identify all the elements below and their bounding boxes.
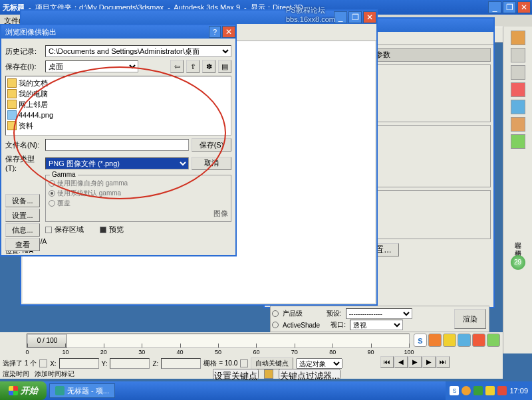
cancel-button[interactable]: 取消	[192, 157, 231, 170]
save-close-button[interactable]: ✕	[222, 26, 235, 38]
autokey-button[interactable]: 自动关键点	[251, 357, 293, 369]
utilities-tool-icon[interactable]	[511, 134, 525, 149]
link-tool-icon[interactable]	[511, 82, 525, 97]
list-item[interactable]: 网上邻居	[7, 99, 229, 110]
play-button[interactable]: ▶	[408, 356, 422, 368]
x-input[interactable]	[59, 358, 99, 369]
render-button[interactable]: 渲染	[454, 309, 486, 329]
gamma-opt-override[interactable]: 覆盖	[49, 199, 228, 208]
taskbar-item-3dsmax[interactable]: 无标题 - 项...	[49, 383, 115, 398]
z-input[interactable]	[161, 358, 201, 369]
time-slider-handle[interactable]: 0 / 100	[27, 334, 67, 348]
computer-icon	[7, 89, 17, 98]
shirt-icon[interactable]	[472, 334, 485, 347]
gamma-opt-system[interactable]: 使用系统默认 gamma	[49, 189, 228, 198]
lock-icon[interactable]	[39, 359, 47, 367]
maximize-button[interactable]: ❐	[503, 1, 516, 13]
playback-controls: ⏮ ◀ ▶ ▶ ⏭	[380, 356, 450, 368]
tray-shield-icon[interactable]	[485, 386, 495, 395]
keyfilter-button[interactable]: 关键点过滤器...	[279, 369, 340, 379]
minimize-button[interactable]: _	[488, 1, 501, 13]
view-button[interactable]: 查看	[5, 238, 40, 251]
rfb-close[interactable]: ✕	[363, 11, 376, 23]
history-dropdown[interactable]: C:\Documents and Settings\Administrator\…	[45, 45, 231, 57]
production-radio[interactable]	[272, 310, 279, 317]
star-icon[interactable]	[443, 334, 456, 347]
viewport-dropdown[interactable]: 透视	[350, 320, 403, 330]
arrow-tool-icon[interactable]	[511, 31, 525, 45]
grid-label: 栅格 = 10.0	[203, 359, 237, 368]
motion-tool-icon[interactable]	[511, 100, 525, 114]
close-button[interactable]: ✕	[517, 1, 531, 13]
gamma-opt-image[interactable]: 使用图像自身的 gamma	[49, 179, 228, 188]
app-icon	[55, 386, 65, 395]
display-tool-icon[interactable]	[511, 117, 525, 132]
preview-checkbox[interactable]	[100, 227, 106, 233]
render-bottom-panel: 产品级 预设: --------------- ActiveShade 视口: …	[270, 306, 489, 332]
rfb-maximize[interactable]: ❐	[348, 11, 362, 23]
filetype-dropdown[interactable]: PNG 图像文件 (*.png)	[45, 157, 189, 169]
save-region-checkbox[interactable]	[45, 227, 52, 233]
list-item[interactable]: 我的电脑	[7, 88, 229, 99]
back-icon[interactable]: ⇦	[170, 60, 184, 73]
timeline-area: 0 / 100 0102030405060708090100 S 选择了 1 个…	[0, 332, 503, 379]
activeshade-radio[interactable]	[272, 322, 279, 328]
rfb-minimize[interactable]: _	[334, 11, 347, 23]
person-icon[interactable]	[458, 334, 471, 347]
device-button[interactable]: 设备...	[5, 194, 40, 207]
s-icon[interactable]: S	[414, 334, 427, 347]
leaf-icon[interactable]	[487, 334, 500, 347]
goto-end-button[interactable]: ⏭	[436, 356, 450, 368]
save-titlebar[interactable]: 浏览图像供输出 ? ✕	[1, 25, 235, 39]
savein-dropdown[interactable]: 桌面	[45, 60, 138, 72]
time-slider[interactable]: 0 / 100 0102030405060708090100	[27, 334, 410, 348]
command-panel: 容端 栅格 29	[503, 27, 532, 353]
file-list[interactable]: 我的文档 我的电脑 网上邻居 44444.png 资料	[5, 76, 231, 136]
y-input[interactable]	[110, 358, 150, 369]
new-folder-icon[interactable]: ✽	[202, 60, 215, 73]
preview-label: 预览	[109, 225, 124, 235]
lock2-icon[interactable]	[240, 359, 248, 367]
tray-qq-icon[interactable]	[462, 386, 471, 395]
watermark: PS教程论坛 bbs.16xx8.com	[286, 5, 335, 23]
goto-start-button[interactable]: ⏮	[380, 356, 394, 368]
tray-s-icon[interactable]: S	[450, 386, 459, 395]
autokey-mode-dropdown[interactable]: 选定对象	[296, 358, 342, 369]
selection-status: 选择了 1 个	[3, 359, 37, 368]
setkey-button[interactable]: 设置关键点	[213, 369, 259, 379]
save-title: 浏览图像供输出	[5, 27, 57, 37]
list-item[interactable]: 我的文档	[7, 78, 229, 88]
windows-logo-icon	[9, 386, 18, 395]
taskbar: 开始 无标题 - 项... S 17:09	[0, 381, 532, 400]
view-menu-icon[interactable]: ▤	[218, 60, 231, 73]
preset-label: 预设:	[327, 309, 342, 318]
image-label: 图像	[49, 209, 228, 219]
savein-label: 保存在(I):	[5, 62, 43, 72]
badge-29: 29	[511, 255, 525, 270]
prev-frame-button[interactable]: ◀	[394, 356, 408, 368]
save-file-dialog: 浏览图像供输出 ? ✕ 历史记录: C:\Documents and Setti…	[0, 24, 237, 256]
addtime-label[interactable]: 添加时间标记	[35, 369, 74, 379]
tray-360-icon[interactable]	[473, 386, 483, 395]
start-button[interactable]: 开始	[0, 381, 47, 400]
next-frame-button[interactable]: ▶	[422, 356, 436, 368]
filename-input[interactable]	[45, 139, 189, 151]
list-item[interactable]: 资料	[7, 120, 229, 131]
render-time-label: 渲染时间	[3, 369, 29, 379]
save-button[interactable]: 保存(S)	[192, 138, 231, 151]
list-item[interactable]: 44444.png	[7, 110, 229, 120]
tray-shortcut-icons: S	[414, 334, 500, 347]
clock[interactable]: 17:09	[509, 387, 528, 395]
up-icon[interactable]: ⇧	[186, 60, 200, 73]
tray-guard-icon[interactable]	[497, 386, 507, 395]
setup-button[interactable]: 设置...	[5, 209, 40, 222]
key-icon[interactable]	[264, 369, 273, 379]
modify-tool-icon[interactable]	[511, 48, 525, 62]
orange-icon[interactable]	[428, 334, 442, 347]
info-button[interactable]: 信息...	[5, 223, 40, 237]
hierarchy-tool-icon[interactable]	[511, 65, 525, 80]
preset-dropdown[interactable]: ---------------	[346, 308, 412, 319]
gamma-group-title: Gamma	[50, 171, 78, 178]
help-icon[interactable]: ?	[209, 26, 221, 38]
history-label: 历史记录:	[5, 47, 43, 56]
